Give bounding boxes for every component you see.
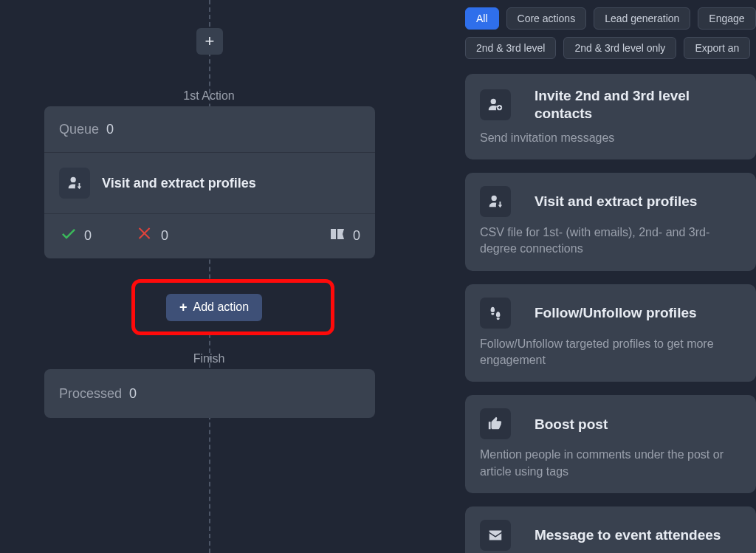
cross-icon: [136, 224, 155, 247]
queue-row: Queue 0: [44, 106, 375, 152]
add-action-button[interactable]: + Add action: [166, 294, 262, 321]
filter-chip-all[interactable]: All: [465, 7, 499, 30]
filter-chip-lead[interactable]: Lead generation: [594, 7, 690, 30]
processed-value: 0: [129, 386, 137, 402]
stat-fail-value: 0: [161, 228, 168, 244]
lib-item-title: Visit and extract profiles: [535, 193, 697, 210]
queue-label: Queue: [59, 122, 99, 137]
lib-item-title: Follow/Unfollow profiles: [535, 304, 697, 322]
action-card[interactable]: Queue 0 Visit and extract profiles 0: [44, 106, 375, 258]
stage-label-first: 1st Action: [0, 89, 418, 103]
lib-item-desc: Mention people in comments under the pos…: [480, 447, 741, 480]
action-library-list: Invite 2nd and 3rd level contacts Send i…: [465, 74, 756, 553]
footsteps-icon: [480, 298, 511, 329]
lib-item-desc: Send invitation messages: [480, 130, 741, 146]
processed-card: Processed 0: [44, 369, 375, 418]
stat-list: 0: [328, 225, 360, 247]
stage-label-finish: Finish: [0, 352, 418, 365]
filter-chip-2nd3rd-only[interactable]: 2nd & 3rd level only: [563, 37, 676, 59]
filter-chip-2nd3rd[interactable]: 2nd & 3rd level: [465, 37, 556, 59]
stat-success-value: 0: [84, 228, 92, 244]
add-action-highlight: + Add action: [131, 279, 334, 335]
stat-fail: 0: [136, 224, 168, 247]
add-node-button[interactable]: +: [196, 28, 223, 55]
processed-label: Processed: [59, 386, 122, 402]
filter-chip-engage[interactable]: Engage: [698, 7, 755, 30]
action-body: Visit and extract profiles: [44, 153, 375, 213]
person-download-icon: [59, 168, 90, 199]
lib-item-message[interactable]: Message to event attendees: [465, 506, 756, 553]
filter-chip-core[interactable]: Core actions: [506, 7, 587, 30]
stat-success: 0: [59, 224, 92, 247]
stats-row: 0 0 0: [44, 214, 375, 257]
lib-item-title: Message to event attendees: [535, 526, 721, 544]
person-download-icon: [480, 186, 511, 217]
queue-value: 0: [106, 122, 114, 137]
lib-item-desc: Follow/Unfollow targeted profiles to get…: [480, 336, 741, 369]
lib-item-desc: CSV file for 1st- (with emails), 2nd- an…: [480, 224, 741, 258]
lib-item-visit[interactable]: Visit and extract profiles CSV file for …: [465, 173, 756, 271]
filter-chip-export[interactable]: Export an: [684, 37, 750, 59]
envelope-icon: [480, 520, 511, 551]
filter-chips: All Core actions Lead generation Engage …: [465, 7, 756, 59]
plus-icon: +: [179, 300, 188, 315]
action-title: Visit and extract profiles: [102, 176, 256, 191]
lib-item-follow[interactable]: Follow/Unfollow profiles Follow/Unfollow…: [465, 284, 756, 382]
check-icon: [59, 224, 78, 247]
lib-item-boost[interactable]: Boost post Mention people in comments un…: [465, 395, 756, 493]
lib-item-invite[interactable]: Invite 2nd and 3rd level contacts Send i…: [465, 74, 756, 159]
person-add-icon: [480, 89, 511, 120]
add-action-label: Add action: [193, 300, 250, 314]
lib-item-title: Boost post: [535, 416, 608, 433]
stat-list-value: 0: [353, 228, 360, 244]
workflow-connector-line: [209, 0, 210, 553]
lib-item-title: Invite 2nd and 3rd level contacts: [535, 87, 741, 123]
thumbs-up-icon: [480, 408, 511, 439]
list-icon: [328, 225, 347, 247]
plus-icon: +: [205, 32, 215, 51]
